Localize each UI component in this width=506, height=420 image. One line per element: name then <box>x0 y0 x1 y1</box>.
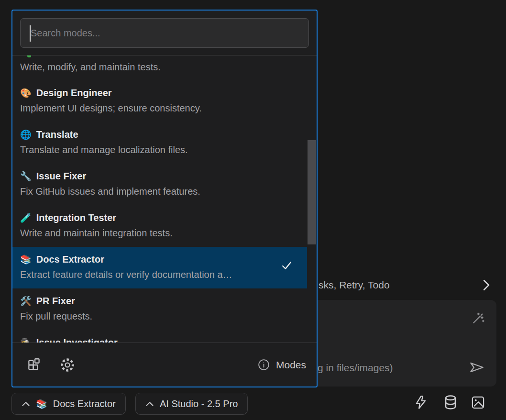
mode-emoji-icon: 🎨 <box>20 88 32 98</box>
mode-title-row: 🔧 Issue Fixer <box>20 169 298 183</box>
modes-list: Write, modify, and maintain tests. 🎨 Des… <box>12 55 317 343</box>
mode-description: Fix pull requests. <box>20 309 298 323</box>
mode-name: Design Engineer <box>36 86 112 99</box>
mode-name: PR Fixer <box>36 294 75 308</box>
chevron-right-icon <box>481 279 492 291</box>
search-input[interactable] <box>21 19 308 47</box>
settings-gear-icon[interactable] <box>59 357 76 373</box>
mode-emoji-icon: 🧪 <box>20 213 32 222</box>
search-box[interactable] <box>20 18 309 48</box>
mode-emoji-icon: 🕵️ <box>20 338 32 343</box>
mode-title-row: 🎨 Design Engineer <box>20 86 298 99</box>
model-selector-button[interactable]: AI Studio - 2.5 Pro <box>135 393 248 415</box>
chevron-up-icon <box>145 401 154 407</box>
info-icon[interactable] <box>257 358 270 371</box>
mode-title-row: 🧪 Integration Tester <box>20 211 298 224</box>
mode-description: Translate and manage localization files. <box>20 143 298 156</box>
history-row[interactable]: sks, Retry, Todo <box>319 276 496 294</box>
mode-list-item[interactable]: 🕵️ Issue Investigator <box>12 330 307 343</box>
mode-description: Write and maintain integration tests. <box>20 226 298 240</box>
mode-name: Translate <box>36 128 78 141</box>
mode-title-row: 🛠️ PR Fixer <box>20 294 298 308</box>
modes-footer: Modes <box>12 343 317 387</box>
footer-right: Modes <box>257 358 306 371</box>
attach-image-icon[interactable] <box>471 395 485 410</box>
context-database-icon[interactable] <box>442 394 459 410</box>
mode-name: Integration Tester <box>36 211 116 224</box>
enhance-prompt-wand-icon[interactable] <box>471 311 485 326</box>
mode-list-item[interactable]: Write, modify, and maintain tests. <box>12 55 307 80</box>
mode-button-label: Docs Extractor <box>53 398 116 409</box>
mode-list-item[interactable]: 🎨 Design Engineer Implement UI designs; … <box>12 80 307 122</box>
mode-list-item[interactable]: 🔧 Issue Fixer Fix GitHub issues and impl… <box>12 164 307 205</box>
send-icon[interactable] <box>469 360 485 375</box>
selected-check-icon <box>281 259 293 271</box>
mode-description: Write, modify, and maintain tests. <box>20 60 298 74</box>
mode-title-row: 📚 Docs Extractor <box>20 253 298 266</box>
chevron-up-icon <box>22 401 30 407</box>
modes-footer-label: Modes <box>276 359 306 371</box>
mode-list-item[interactable]: 🛠️ PR Fixer Fix pull requests. <box>12 288 307 330</box>
mode-list-item[interactable]: 🧪 Integration Tester Write and maintain … <box>12 205 307 247</box>
scrollbar-thumb[interactable] <box>308 140 316 244</box>
mode-description: Implement UI designs; ensure consistency… <box>20 101 298 115</box>
clipped-emoji-fragment <box>27 55 31 57</box>
mode-emoji-icon: 🔧 <box>20 172 32 181</box>
mode-description: Fix GitHub issues and implement features… <box>20 185 298 198</box>
mode-selector-button[interactable]: 📚 Docs Extractor <box>11 393 126 415</box>
mode-list-item[interactable]: 📚 Docs Extractor Extract feature details… <box>12 247 307 288</box>
mode-emoji-icon: 🌐 <box>20 130 32 139</box>
mode-list-item[interactable]: 🌐 Translate Translate and manage localiz… <box>12 122 307 164</box>
search-area <box>12 11 317 55</box>
mode-emoji-icon: 📚 <box>20 255 32 264</box>
history-row-text: sks, Retry, Todo <box>319 279 390 291</box>
mode-button-emoji-icon: 📚 <box>36 399 47 409</box>
chat-input-placeholder: g in files/images) <box>318 362 393 374</box>
mode-name: Issue Investigator <box>36 336 118 343</box>
mode-title-row: 🕵️ Issue Investigator <box>20 336 298 343</box>
mode-emoji-icon: 🛠️ <box>20 297 32 306</box>
mode-title-row: 🌐 Translate <box>20 128 298 141</box>
mode-selector-popover: Write, modify, and maintain tests. 🎨 Des… <box>11 10 318 387</box>
mode-name: Issue Fixer <box>36 169 87 183</box>
text-caret <box>30 25 31 42</box>
mode-name: Docs Extractor <box>36 253 104 266</box>
marketplace-icon[interactable] <box>26 357 42 373</box>
auto-approve-lightning-icon[interactable] <box>413 394 429 410</box>
mode-description: Extract feature details or verify docume… <box>20 268 298 281</box>
model-button-label: AI Studio - 2.5 Pro <box>160 398 238 409</box>
status-bar: 📚 Docs Extractor AI Studio - 2.5 Pro <box>0 387 506 420</box>
